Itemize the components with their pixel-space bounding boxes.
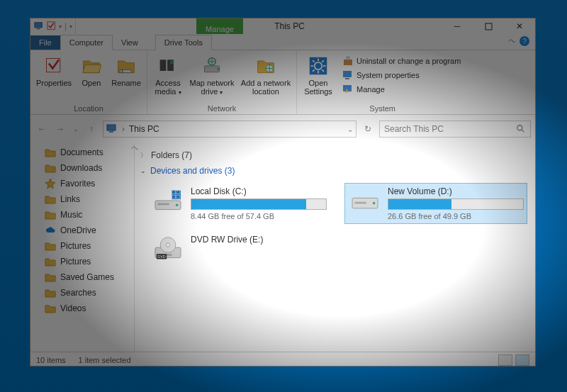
open-settings-button[interactable]: Open Settings bbox=[301, 53, 335, 104]
access-media-button[interactable]: Access media ▾ bbox=[152, 53, 184, 104]
help-icon[interactable]: ? bbox=[520, 36, 529, 46]
nav-item-label: Saved Games bbox=[60, 272, 114, 282]
group-label-network: Network bbox=[208, 104, 236, 113]
folder-icon bbox=[45, 209, 56, 220]
maximize-button[interactable] bbox=[473, 18, 504, 34]
svg-rect-5 bbox=[120, 69, 131, 72]
drive-name: DVD RW Drive (E:) bbox=[191, 235, 327, 245]
window-title: This PC bbox=[76, 18, 442, 34]
nav-item-label: Downloads bbox=[60, 163, 102, 173]
nav-item[interactable]: Searches bbox=[30, 285, 134, 301]
drive-item[interactable]: New Volume (D:)26.6 GB free of 49.9 GB bbox=[344, 183, 527, 224]
tab-view[interactable]: View bbox=[113, 35, 147, 50]
drive-item[interactable]: DVDDVD RW Drive (E:) bbox=[147, 231, 330, 267]
svg-rect-44 bbox=[172, 195, 176, 198]
svg-rect-47 bbox=[355, 202, 366, 204]
svg-line-32 bbox=[522, 130, 524, 133]
map-drive-button[interactable]: Map network drive ▾ bbox=[189, 53, 235, 104]
address-path: This PC bbox=[129, 124, 159, 134]
svg-rect-45 bbox=[176, 195, 180, 198]
view-tiles-button[interactable] bbox=[515, 354, 529, 366]
manage-button[interactable]: Manage bbox=[339, 83, 464, 96]
drive-free-space: 8.44 GB free of 57.4 GB bbox=[191, 212, 327, 220]
drives-container: Local Disk (C:)8.44 GB free of 57.4 GBNe… bbox=[147, 183, 529, 267]
svg-text:DVD: DVD bbox=[157, 254, 165, 259]
uninstall-button[interactable]: Uninstall or change a program bbox=[339, 55, 464, 67]
nav-back-button[interactable]: ← bbox=[35, 122, 49, 136]
nav-item[interactable]: Downloads bbox=[30, 160, 134, 176]
properties-check-icon[interactable] bbox=[46, 21, 57, 32]
uninstall-icon bbox=[342, 55, 354, 67]
nav-item-label: Music bbox=[60, 210, 82, 220]
open-label: Open bbox=[82, 79, 101, 87]
capacity-bar bbox=[191, 198, 327, 210]
nav-item[interactable]: OneDrive bbox=[30, 223, 134, 238]
manage-icon bbox=[342, 84, 354, 95]
folder-icon bbox=[45, 287, 56, 298]
monitor-icon[interactable] bbox=[33, 21, 45, 32]
tab-computer[interactable]: Computer bbox=[60, 35, 113, 50]
svg-point-11 bbox=[217, 68, 219, 70]
nav-item[interactable]: Videos bbox=[30, 301, 134, 316]
nav-item-label: OneDrive bbox=[60, 225, 96, 235]
nav-history-dropdown[interactable]: ⌄ bbox=[72, 122, 80, 136]
navigation-pane[interactable]: DocumentsDownloadsFavoritesLinksMusicOne… bbox=[30, 143, 135, 352]
tab-file[interactable]: File bbox=[30, 35, 60, 50]
folder-icon bbox=[45, 271, 56, 283]
navigation-row: ← → ⌄ ↑ › This PC ⌄ ↻ Search This PC bbox=[30, 115, 535, 143]
open-settings-label: Open Settings bbox=[301, 79, 335, 96]
content-pane: ヘ 〉 Folders (7) ⌄ Devices and drives (3)… bbox=[135, 143, 535, 352]
address-dropdown-icon[interactable]: ⌄ bbox=[347, 125, 353, 133]
svg-point-25 bbox=[346, 56, 350, 60]
drive-name: New Volume (D:) bbox=[388, 186, 524, 196]
system-properties-button[interactable]: System properties bbox=[339, 69, 464, 82]
map-drive-label: Map network drive ▾ bbox=[189, 79, 235, 96]
add-location-icon bbox=[254, 55, 277, 77]
nav-item-label: Pictures bbox=[60, 241, 91, 251]
add-network-location-button[interactable]: Add a network location bbox=[240, 53, 292, 104]
close-button[interactable]: ✕ bbox=[504, 18, 535, 34]
tab-drive-tools[interactable]: Drive Tools bbox=[155, 35, 212, 50]
properties-button[interactable]: Properties bbox=[35, 53, 73, 104]
nav-item[interactable]: Music bbox=[30, 207, 134, 223]
collapse-ribbon-icon[interactable]: ヘ bbox=[508, 36, 515, 46]
map-drive-icon bbox=[201, 55, 223, 77]
open-folder-icon bbox=[80, 55, 103, 77]
nav-item[interactable]: Favorites bbox=[30, 176, 134, 191]
folder-icon bbox=[45, 240, 56, 252]
qat-customize-icon[interactable]: ▾ bbox=[69, 23, 72, 30]
drive-icon: DVD bbox=[151, 235, 185, 263]
rename-icon bbox=[115, 55, 137, 77]
devices-section-header[interactable]: ⌄ Devices and drives (3) bbox=[140, 163, 529, 179]
folders-section-header[interactable]: 〉 Folders (7) bbox=[140, 147, 529, 163]
status-bar: 10 items 1 item selected bbox=[30, 352, 535, 368]
nav-item[interactable]: Pictures bbox=[30, 238, 134, 254]
capacity-bar bbox=[388, 198, 524, 210]
nav-item-label: Documents bbox=[60, 147, 103, 157]
drive-item[interactable]: Local Disk (C:)8.44 GB free of 57.4 GB bbox=[147, 183, 330, 224]
rename-button[interactable]: Rename bbox=[110, 53, 142, 104]
qat-dropdown-icon[interactable]: ▾ bbox=[59, 23, 62, 30]
address-bar[interactable]: › This PC ⌄ bbox=[103, 121, 357, 138]
nav-item[interactable]: Saved Games bbox=[30, 269, 134, 285]
svg-point-9 bbox=[170, 60, 174, 64]
this-pc-icon bbox=[106, 123, 118, 135]
sysprops-label: System properties bbox=[357, 71, 420, 79]
svg-rect-30 bbox=[109, 131, 113, 133]
view-details-button[interactable] bbox=[498, 354, 512, 366]
quick-access-toolbar: ▾ | ▾ bbox=[30, 18, 76, 34]
open-button[interactable]: Open bbox=[77, 53, 106, 104]
folder-icon bbox=[45, 147, 56, 158]
nav-item[interactable]: Pictures bbox=[30, 254, 134, 269]
nav-item[interactable]: Documents bbox=[30, 145, 134, 160]
nav-item[interactable]: Links bbox=[30, 191, 134, 207]
svg-point-52 bbox=[166, 243, 169, 247]
refresh-button[interactable]: ↻ bbox=[361, 122, 375, 136]
status-item-count: 10 items bbox=[36, 356, 66, 364]
minimize-button[interactable]: ─ bbox=[442, 18, 473, 34]
nav-forward-button[interactable]: → bbox=[53, 122, 67, 136]
nav-up-button[interactable]: ↑ bbox=[84, 122, 99, 136]
svg-rect-7 bbox=[160, 60, 167, 71]
nav-pane-scroll-up-icon[interactable]: ヘ bbox=[131, 143, 138, 153]
search-box[interactable]: Search This PC bbox=[379, 121, 531, 138]
